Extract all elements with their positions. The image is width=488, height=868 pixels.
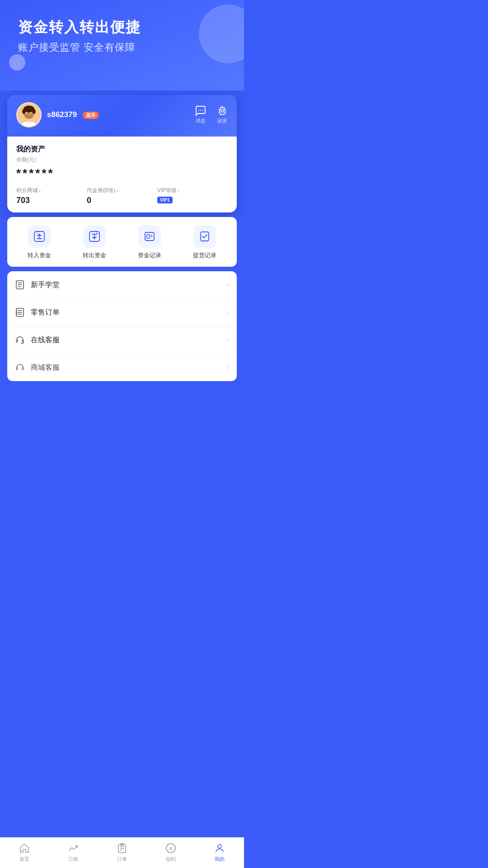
book-icon <box>14 279 25 290</box>
menu-online-support-chevron-icon: › <box>227 336 230 344</box>
profile-info: s862379 高手 <box>16 102 99 127</box>
svg-point-4 <box>32 109 35 114</box>
svg-point-37 <box>21 343 22 344</box>
action-delivery-record[interactable]: 提货记录 <box>193 225 216 259</box>
expert-badge: 高手 <box>83 112 99 119</box>
vip-chevron-icon: › <box>178 188 179 194</box>
menu-list: 新手学堂 › 零售订单 › <box>7 271 237 381</box>
quick-actions: 转入资金 转出资金 <box>7 217 237 267</box>
hero-section: 资金转入转出便捷 账户接受监管 安全有保障 <box>0 0 244 90</box>
settings-button[interactable]: 设置 <box>217 105 228 124</box>
vip-label: VIP等级 › <box>157 187 228 194</box>
voucher-col[interactable]: 代金券(0张) › 0 <box>87 187 157 205</box>
headset2-icon <box>14 362 25 373</box>
profile-actions: 消息 设置 <box>195 105 228 124</box>
svg-point-9 <box>198 110 199 111</box>
svg-point-11 <box>202 110 203 111</box>
main-card: s862379 高手 消息 <box>7 95 237 212</box>
menu-beginner-chevron-icon: › <box>227 281 230 289</box>
action-transfer-out[interactable]: 转出资金 <box>83 225 106 259</box>
menu-item-retail-orders[interactable]: 零售订单 › <box>7 299 237 326</box>
assets-stats-row: 积分商城 › 703 代金券(0张) › 0 VIP等级 › <box>16 187 228 205</box>
svg-point-7 <box>26 113 28 114</box>
balance-label: 余额(元) <box>16 156 228 164</box>
delivery-record-icon-wrap <box>193 225 216 248</box>
delivery-record-icon <box>198 230 211 243</box>
menu-item-mall-support[interactable]: 商城客服 › <box>7 354 237 381</box>
assets-card: 我的资产 余额(元) ****** 积分商城 › 703 代金券(0张) › 0 <box>7 137 237 212</box>
assets-title: 我的资产 <box>16 145 228 154</box>
avatar[interactable] <box>16 102 42 127</box>
username-area: s862379 高手 <box>47 110 99 119</box>
list-icon <box>14 307 25 318</box>
vip-col[interactable]: VIP等级 › VIP1 <box>157 187 228 205</box>
menu-mall-support-label: 商城客服 <box>31 363 222 373</box>
svg-point-12 <box>221 109 224 112</box>
svg-point-8 <box>31 113 33 114</box>
points-label: 积分商城 › <box>16 187 87 194</box>
menu-retail-chevron-icon: › <box>227 308 230 316</box>
balance-value: ****** <box>16 166 228 180</box>
headset-icon <box>14 335 25 345</box>
settings-label: 设置 <box>217 118 227 124</box>
menu-mall-support-chevron-icon: › <box>227 363 230 372</box>
transfer-out-icon <box>88 230 101 243</box>
message-label: 消息 <box>196 118 206 124</box>
voucher-label: 代金券(0张) › <box>87 187 157 194</box>
menu-item-online-support[interactable]: 在线客服 › <box>7 326 237 354</box>
svg-point-10 <box>200 110 201 111</box>
menu-retail-label: 零售订单 <box>31 308 222 317</box>
fund-record-icon-wrap <box>138 225 161 248</box>
hero-subtitle: 账户接受监管 安全有保障 <box>18 41 226 54</box>
points-value: 703 <box>16 196 87 205</box>
transfer-out-icon-wrap <box>83 225 106 248</box>
profile-header: s862379 高手 消息 <box>7 95 237 137</box>
action-fund-record[interactable]: 资金记录 <box>138 225 161 259</box>
svg-rect-20 <box>147 235 150 238</box>
action-fund-record-label: 资金记录 <box>138 251 161 259</box>
vip-badge: VIP1 <box>157 197 173 203</box>
points-col[interactable]: 积分商城 › 703 <box>16 187 87 205</box>
hero-title: 资金转入转出便捷 <box>18 18 226 37</box>
transfer-in-icon <box>33 230 46 243</box>
username: s862379 <box>47 110 77 119</box>
svg-point-3 <box>22 109 25 114</box>
fund-record-icon <box>143 230 156 243</box>
action-transfer-in[interactable]: 转入资金 <box>28 225 51 259</box>
voucher-chevron-icon: › <box>116 188 118 194</box>
menu-online-support-label: 在线客服 <box>31 335 222 345</box>
transfer-in-icon-wrap <box>28 225 51 248</box>
points-chevron-icon: › <box>39 188 41 194</box>
action-transfer-in-label: 转入资金 <box>28 251 51 259</box>
menu-beginner-label: 新手学堂 <box>31 280 222 290</box>
action-delivery-record-label: 提货记录 <box>193 251 216 259</box>
voucher-value: 0 <box>87 196 157 205</box>
hero-deco-circle-small <box>9 54 25 71</box>
menu-item-beginner[interactable]: 新手学堂 › <box>7 271 237 299</box>
message-button[interactable]: 消息 <box>195 105 206 124</box>
action-transfer-out-label: 转出资金 <box>83 251 106 259</box>
